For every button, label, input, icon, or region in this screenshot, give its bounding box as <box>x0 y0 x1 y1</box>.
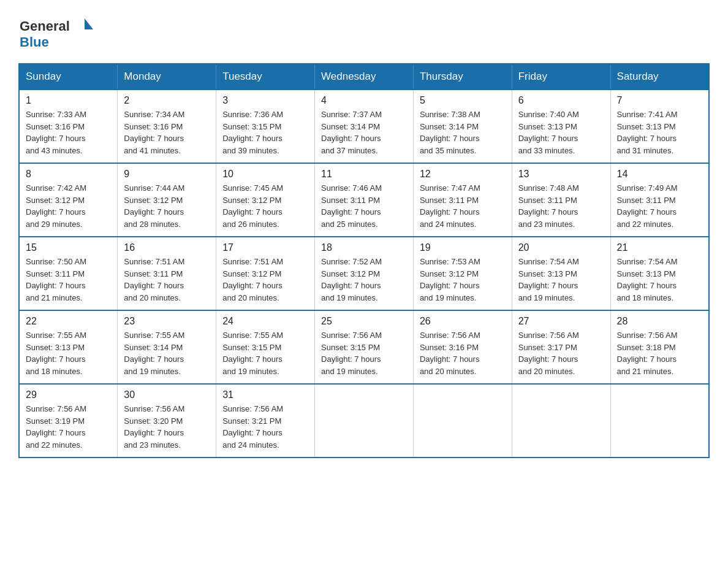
day-info: Sunrise: 7:51 AM Sunset: 3:12 PM Dayligh… <box>222 256 308 304</box>
day-number: 31 <box>222 389 308 400</box>
day-number: 20 <box>518 242 604 253</box>
day-info: Sunrise: 7:56 AM Sunset: 3:20 PM Dayligh… <box>124 403 210 451</box>
day-info: Sunrise: 7:56 AM Sunset: 3:16 PM Dayligh… <box>420 329 506 377</box>
day-number: 15 <box>26 242 111 253</box>
day-number: 21 <box>617 242 702 253</box>
day-info: Sunrise: 7:55 AM Sunset: 3:15 PM Dayligh… <box>222 329 308 377</box>
calendar-cell: 7 Sunrise: 7:41 AM Sunset: 3:13 PM Dayli… <box>610 90 709 163</box>
calendar-cell: 3 Sunrise: 7:36 AM Sunset: 3:15 PM Dayli… <box>216 90 315 163</box>
calendar-cell: 14 Sunrise: 7:49 AM Sunset: 3:11 PM Dayl… <box>610 163 709 237</box>
day-number: 9 <box>124 169 210 180</box>
day-info: Sunrise: 7:49 AM Sunset: 3:11 PM Dayligh… <box>617 182 702 230</box>
day-info: Sunrise: 7:52 AM Sunset: 3:12 PM Dayligh… <box>321 256 407 304</box>
calendar-cell: 22 Sunrise: 7:55 AM Sunset: 3:13 PM Dayl… <box>19 310 118 384</box>
calendar-cell <box>512 384 610 458</box>
calendar-table: SundayMondayTuesdayWednesdayThursdayFrid… <box>18 63 710 458</box>
weekday-header-tuesday: Tuesday <box>216 64 315 90</box>
calendar-cell: 21 Sunrise: 7:54 AM Sunset: 3:13 PM Dayl… <box>610 237 709 310</box>
calendar-cell: 1 Sunrise: 7:33 AM Sunset: 3:16 PM Dayli… <box>19 90 118 163</box>
day-number: 17 <box>222 242 308 253</box>
calendar-cell: 13 Sunrise: 7:48 AM Sunset: 3:11 PM Dayl… <box>512 163 610 237</box>
day-info: Sunrise: 7:36 AM Sunset: 3:15 PM Dayligh… <box>222 109 308 156</box>
calendar-cell: 4 Sunrise: 7:37 AM Sunset: 3:14 PM Dayli… <box>315 90 414 163</box>
day-info: Sunrise: 7:46 AM Sunset: 3:11 PM Dayligh… <box>321 182 407 230</box>
svg-marker-1 <box>85 18 93 29</box>
day-info: Sunrise: 7:45 AM Sunset: 3:12 PM Dayligh… <box>222 182 308 230</box>
day-info: Sunrise: 7:41 AM Sunset: 3:13 PM Dayligh… <box>617 109 702 156</box>
calendar-cell <box>413 384 512 458</box>
calendar-cell: 31 Sunrise: 7:56 AM Sunset: 3:21 PM Dayl… <box>216 384 315 458</box>
calendar-cell: 8 Sunrise: 7:42 AM Sunset: 3:12 PM Dayli… <box>19 163 118 237</box>
calendar-cell: 2 Sunrise: 7:34 AM Sunset: 3:16 PM Dayli… <box>118 90 216 163</box>
day-number: 25 <box>321 316 407 327</box>
day-number: 13 <box>518 169 604 180</box>
weekday-header-saturday: Saturday <box>610 64 709 90</box>
day-number: 14 <box>617 169 702 180</box>
logo: General Blue <box>18 12 104 52</box>
calendar-week-row: 22 Sunrise: 7:55 AM Sunset: 3:13 PM Dayl… <box>19 310 709 384</box>
day-info: Sunrise: 7:48 AM Sunset: 3:11 PM Dayligh… <box>518 182 604 230</box>
weekday-header-wednesday: Wednesday <box>315 64 414 90</box>
day-info: Sunrise: 7:56 AM Sunset: 3:18 PM Dayligh… <box>617 329 702 377</box>
day-number: 3 <box>222 95 308 106</box>
calendar-week-row: 29 Sunrise: 7:56 AM Sunset: 3:19 PM Dayl… <box>19 384 709 458</box>
calendar-week-row: 15 Sunrise: 7:50 AM Sunset: 3:11 PM Dayl… <box>19 237 709 310</box>
day-info: Sunrise: 7:56 AM Sunset: 3:21 PM Dayligh… <box>222 403 308 451</box>
day-number: 29 <box>26 389 111 400</box>
calendar-cell: 27 Sunrise: 7:56 AM Sunset: 3:17 PM Dayl… <box>512 310 610 384</box>
day-info: Sunrise: 7:37 AM Sunset: 3:14 PM Dayligh… <box>321 109 407 156</box>
day-number: 10 <box>222 169 308 180</box>
calendar-cell: 29 Sunrise: 7:56 AM Sunset: 3:19 PM Dayl… <box>19 384 118 458</box>
day-number: 1 <box>26 95 111 106</box>
day-number: 23 <box>124 316 210 327</box>
day-number: 22 <box>26 316 111 327</box>
day-info: Sunrise: 7:42 AM Sunset: 3:12 PM Dayligh… <box>26 182 111 230</box>
day-number: 6 <box>518 95 604 106</box>
calendar-cell: 18 Sunrise: 7:52 AM Sunset: 3:12 PM Dayl… <box>315 237 414 310</box>
weekday-header-friday: Friday <box>512 64 610 90</box>
day-number: 28 <box>617 316 702 327</box>
calendar-week-row: 1 Sunrise: 7:33 AM Sunset: 3:16 PM Dayli… <box>19 90 709 163</box>
weekday-header-monday: Monday <box>118 64 216 90</box>
day-number: 2 <box>124 95 210 106</box>
day-info: Sunrise: 7:53 AM Sunset: 3:12 PM Dayligh… <box>420 256 506 304</box>
day-number: 4 <box>321 95 407 106</box>
weekday-header-thursday: Thursday <box>413 64 512 90</box>
logo-svg: General Blue <box>18 12 104 52</box>
calendar-cell: 30 Sunrise: 7:56 AM Sunset: 3:20 PM Dayl… <box>118 384 216 458</box>
day-number: 7 <box>617 95 702 106</box>
day-number: 5 <box>420 95 506 106</box>
calendar-cell: 11 Sunrise: 7:46 AM Sunset: 3:11 PM Dayl… <box>315 163 414 237</box>
calendar-cell: 6 Sunrise: 7:40 AM Sunset: 3:13 PM Dayli… <box>512 90 610 163</box>
day-number: 16 <box>124 242 210 253</box>
day-info: Sunrise: 7:34 AM Sunset: 3:16 PM Dayligh… <box>124 109 210 156</box>
calendar-cell: 23 Sunrise: 7:55 AM Sunset: 3:14 PM Dayl… <box>118 310 216 384</box>
day-info: Sunrise: 7:50 AM Sunset: 3:11 PM Dayligh… <box>26 256 111 304</box>
calendar-cell: 10 Sunrise: 7:45 AM Sunset: 3:12 PM Dayl… <box>216 163 315 237</box>
svg-text:Blue: Blue <box>20 34 49 50</box>
calendar-cell <box>610 384 709 458</box>
day-info: Sunrise: 7:54 AM Sunset: 3:13 PM Dayligh… <box>518 256 604 304</box>
day-number: 12 <box>420 169 506 180</box>
day-info: Sunrise: 7:33 AM Sunset: 3:16 PM Dayligh… <box>26 109 111 156</box>
weekday-header-row: SundayMondayTuesdayWednesdayThursdayFrid… <box>19 64 709 90</box>
calendar-cell: 24 Sunrise: 7:55 AM Sunset: 3:15 PM Dayl… <box>216 310 315 384</box>
svg-text:General: General <box>20 18 70 34</box>
calendar-cell <box>315 384 414 458</box>
day-info: Sunrise: 7:40 AM Sunset: 3:13 PM Dayligh… <box>518 109 604 156</box>
day-info: Sunrise: 7:55 AM Sunset: 3:13 PM Dayligh… <box>26 329 111 377</box>
day-number: 26 <box>420 316 506 327</box>
calendar-cell: 25 Sunrise: 7:56 AM Sunset: 3:15 PM Dayl… <box>315 310 414 384</box>
day-number: 24 <box>222 316 308 327</box>
day-info: Sunrise: 7:56 AM Sunset: 3:19 PM Dayligh… <box>26 403 111 451</box>
day-number: 27 <box>518 316 604 327</box>
calendar-cell: 19 Sunrise: 7:53 AM Sunset: 3:12 PM Dayl… <box>413 237 512 310</box>
calendar-cell: 20 Sunrise: 7:54 AM Sunset: 3:13 PM Dayl… <box>512 237 610 310</box>
calendar-cell: 5 Sunrise: 7:38 AM Sunset: 3:14 PM Dayli… <box>413 90 512 163</box>
calendar-cell: 16 Sunrise: 7:51 AM Sunset: 3:11 PM Dayl… <box>118 237 216 310</box>
calendar-cell: 9 Sunrise: 7:44 AM Sunset: 3:12 PM Dayli… <box>118 163 216 237</box>
day-info: Sunrise: 7:38 AM Sunset: 3:14 PM Dayligh… <box>420 109 506 156</box>
day-info: Sunrise: 7:56 AM Sunset: 3:17 PM Dayligh… <box>518 329 604 377</box>
calendar-cell: 26 Sunrise: 7:56 AM Sunset: 3:16 PM Dayl… <box>413 310 512 384</box>
page-header: General Blue <box>18 12 710 52</box>
